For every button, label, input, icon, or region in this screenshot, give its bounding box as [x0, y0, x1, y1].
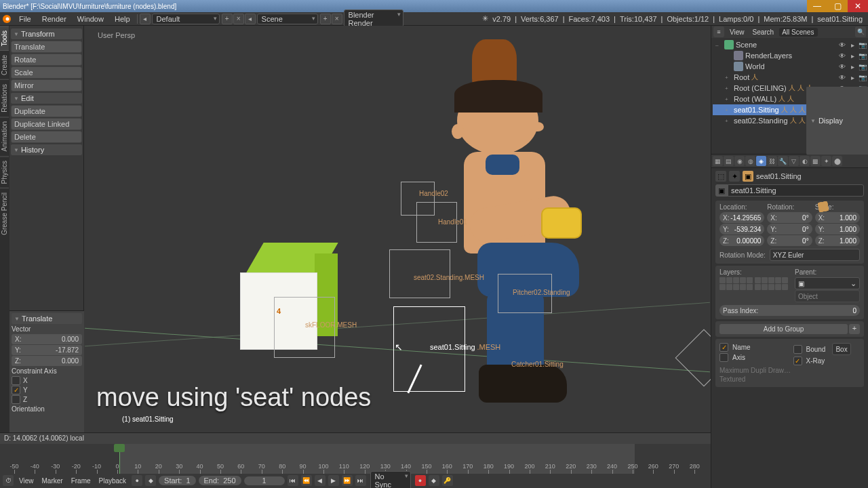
rotation-mode-select[interactable]: XYZ Euler: [770, 249, 860, 261]
tab-modifiers-icon[interactable]: 🔧: [778, 156, 788, 166]
armature-icon[interactable]: ✦: [729, 171, 740, 182]
tab-object-icon[interactable]: ◈: [756, 156, 766, 166]
menu-window[interactable]: Window: [72, 15, 109, 23]
scale-y-field[interactable]: Y:1.000: [815, 224, 860, 235]
rot-x-field[interactable]: X:0°: [767, 212, 812, 223]
display-name-check[interactable]: ✓Name: [719, 343, 787, 352]
add-scene-button[interactable]: +: [320, 14, 331, 24]
play-reverse-button[interactable]: ◀: [315, 475, 326, 486]
scene-browse-button[interactable]: ◂: [245, 14, 256, 24]
add-group-plus-button[interactable]: +: [849, 324, 860, 334]
add-layout-button[interactable]: +: [222, 14, 233, 24]
tab-relations[interactable]: Relations: [0, 79, 9, 117]
tl-view-menu[interactable]: View: [16, 477, 37, 485]
play-button[interactable]: ▶: [328, 475, 339, 486]
duplicate-linked-button[interactable]: Duplicate Linked: [11, 118, 82, 130]
scale-x-field[interactable]: X:1.000: [815, 212, 860, 223]
tab-physics-icon[interactable]: ⬤: [832, 156, 842, 166]
del-scene-button[interactable]: ×: [332, 14, 342, 24]
transform-header[interactable]: Transform: [11, 28, 82, 39]
parent-field[interactable]: ▣ ⌄: [795, 277, 860, 289]
tab-constraints-icon[interactable]: ⛓: [767, 156, 777, 166]
tab-animation[interactable]: Animation: [0, 117, 9, 155]
object-name-field[interactable]: [728, 184, 864, 197]
editor-type-icon[interactable]: ≡: [713, 26, 724, 37]
translate-button[interactable]: Translate: [11, 41, 82, 53]
minimize-button[interactable]: —: [807, 0, 827, 12]
display-bound-check[interactable]: BoundBox: [793, 343, 861, 355]
layers-widget[interactable]: [719, 277, 788, 290]
tab-scene-icon[interactable]: ◉: [734, 156, 745, 166]
tree-row[interactable]: World👁▸📷: [713, 61, 867, 72]
close-button[interactable]: ✕: [848, 0, 868, 12]
tab-particles-icon[interactable]: ✦: [821, 156, 831, 166]
keyframe-type-button[interactable]: ◆: [145, 475, 156, 486]
constraint-z-check[interactable]: Z: [12, 395, 82, 404]
outliner-filter-select[interactable]: All Scenes: [779, 28, 818, 37]
loc-z-field[interactable]: Z:0.00000: [719, 235, 764, 246]
tab-physics[interactable]: Physics: [0, 156, 9, 188]
menu-help[interactable]: Help: [109, 15, 136, 23]
playhead[interactable]: [119, 444, 120, 474]
display-axis-check[interactable]: Axis: [719, 353, 787, 362]
object-icon[interactable]: ▣: [743, 171, 753, 182]
delete-button[interactable]: Delete: [11, 131, 82, 143]
outliner-view-menu[interactable]: View: [727, 28, 747, 36]
end-frame-field[interactable]: End:250: [199, 476, 241, 485]
3d-viewport[interactable]: User Persp 4 skFLOOR.MESH Handle02 Handl…: [84, 26, 711, 432]
jump-start-button[interactable]: ⏮: [288, 475, 298, 486]
history-header[interactable]: History: [11, 144, 82, 155]
search-icon[interactable]: 🔍: [855, 26, 866, 37]
editor-type-button[interactable]: ⏱: [3, 475, 14, 486]
back-button[interactable]: ◂: [140, 14, 151, 24]
edit-header[interactable]: Edit: [11, 93, 82, 104]
outliner-search-menu[interactable]: Search: [750, 28, 777, 36]
current-frame-field[interactable]: 1: [244, 476, 285, 485]
auto-keyframe-button[interactable]: ●: [132, 475, 142, 486]
sync-mode-select[interactable]: No Sync: [370, 471, 411, 488]
scene-select[interactable]: Scene: [257, 14, 318, 24]
tab-create[interactable]: Create: [0, 50, 9, 79]
mirror-button[interactable]: Mirror: [11, 79, 82, 92]
restore-button[interactable]: ▢: [827, 0, 848, 12]
keying-button[interactable]: ◆: [429, 475, 439, 486]
loc-y-field[interactable]: Y:-539.234: [719, 224, 764, 235]
tree-row[interactable]: RenderLayers👁▸📷: [713, 50, 867, 61]
scale-z-field[interactable]: Z:1.000: [815, 235, 860, 246]
tl-playback-menu[interactable]: Playback: [96, 477, 130, 485]
tab-material-icon[interactable]: ◐: [800, 156, 810, 166]
rotate-button[interactable]: Rotate: [11, 54, 82, 66]
vector-y-field[interactable]: Y:-17.872: [12, 345, 82, 355]
menu-render[interactable]: Render: [37, 15, 72, 23]
rot-z-field[interactable]: Z:0°: [767, 235, 812, 246]
tab-tools[interactable]: Tools: [0, 26, 9, 50]
loc-x-field[interactable]: X:-14.29565: [719, 212, 764, 223]
tab-texture-icon[interactable]: ▩: [810, 156, 821, 166]
blender-icon[interactable]: [0, 12, 14, 26]
tl-frame-menu[interactable]: Frame: [68, 477, 94, 485]
duplicate-button[interactable]: Duplicate: [11, 105, 82, 117]
screen-layout-select[interactable]: Default: [152, 14, 220, 24]
constraint-y-check[interactable]: ✓Y: [12, 386, 82, 394]
tab-world-icon[interactable]: ◍: [745, 156, 755, 166]
keyframe-prev-button[interactable]: ⏪: [301, 475, 312, 486]
vector-z-field[interactable]: Z:0.000: [12, 356, 82, 366]
del-layout-button[interactable]: ×: [233, 14, 244, 24]
add-to-group-button[interactable]: Add to Group: [719, 324, 848, 334]
tab-grease-pencil[interactable]: Grease Pencil: [0, 188, 9, 239]
menu-file[interactable]: File: [14, 15, 37, 23]
tl-marker-menu[interactable]: Marker: [39, 477, 66, 485]
tab-data-icon[interactable]: ▽: [789, 156, 799, 166]
tree-row[interactable]: –Scene👁▸📷: [713, 39, 867, 50]
tab-render-layers-icon[interactable]: ▤: [724, 156, 734, 166]
constraint-x-check[interactable]: X: [12, 376, 82, 385]
scale-button[interactable]: Scale: [11, 66, 82, 79]
scene-icon[interactable]: ⬚: [715, 171, 726, 182]
tab-render-icon[interactable]: ▦: [713, 156, 723, 166]
display-xray-check[interactable]: ✓X-Ray: [793, 357, 861, 365]
datablock-icon[interactable]: ▣: [715, 184, 728, 197]
tree-row[interactable]: +Root人👁▸📷: [713, 72, 867, 83]
start-frame-field[interactable]: Start:1: [159, 476, 195, 485]
operator-title[interactable]: Translate: [12, 313, 82, 324]
pass-index-field[interactable]: Pass Index:0: [719, 305, 860, 316]
